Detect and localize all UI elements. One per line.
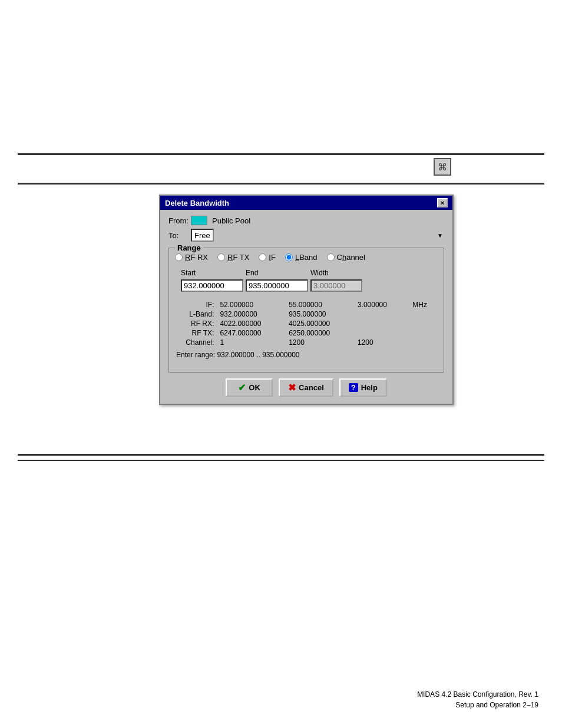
footer: MIDAS 4.2 Basic Configuration, Rev. 1 Se… xyxy=(417,689,538,710)
if-end: 55.000000 xyxy=(286,300,355,309)
radio-rftx-input[interactable] xyxy=(217,253,225,261)
radio-channel-label: Channel xyxy=(337,253,365,262)
enter-range: Enter range: 932.000000 .. 935.000000 xyxy=(175,351,438,359)
if-unit: MHz xyxy=(410,300,438,309)
enter-range-label: Enter range: xyxy=(176,351,215,359)
table-row: RF RX: 4022.000000 4025.000000 xyxy=(175,319,438,328)
radio-lband-input[interactable] xyxy=(285,253,293,261)
info-table: IF: 52.000000 55.000000 3.000000 MHz L-B… xyxy=(175,300,438,347)
buttons-row: ✔ OK ✖ Cancel ? Help xyxy=(168,378,444,397)
seh-labels: Start End Width xyxy=(175,269,438,277)
bottom-rule3 xyxy=(18,460,544,461)
rftx-end: 6250.000000 xyxy=(286,328,355,338)
radio-rfrx-label: RF RX xyxy=(185,253,208,262)
radio-lband-label: LBand xyxy=(295,253,318,262)
header-bottom-rule xyxy=(18,183,544,185)
channel-width: 1200 xyxy=(355,338,410,347)
channel-end: 1200 xyxy=(286,338,355,347)
rfrx-label: RF RX: xyxy=(175,319,217,328)
cancel-label: Cancel xyxy=(299,383,324,392)
table-row: L-Band: 932.000000 935.000000 xyxy=(175,309,438,319)
radio-if-label: IF xyxy=(269,253,276,262)
width-input xyxy=(310,279,362,292)
help-label: Help xyxy=(361,383,378,392)
rfrx-start: 4022.000000 xyxy=(217,319,286,328)
ok-checkmark-icon: ✔ xyxy=(238,382,246,393)
dialog-titlebar: Delete Bandwidth × xyxy=(160,196,452,210)
cancel-button[interactable]: ✖ Cancel xyxy=(279,378,333,397)
seh-inputs xyxy=(175,279,438,292)
rfrx-width xyxy=(355,319,410,328)
radio-row: RF RX RF TX IF LBand Channel xyxy=(175,253,438,262)
rfrx-unit xyxy=(410,319,438,328)
ok-button[interactable]: ✔ OK xyxy=(226,378,273,397)
radio-channel-input[interactable] xyxy=(327,253,335,261)
from-color-box xyxy=(191,216,207,225)
radio-rfrx-input[interactable] xyxy=(175,253,183,261)
dialog-title: Delete Bandwidth xyxy=(165,199,229,207)
table-row: IF: 52.000000 55.000000 3.000000 MHz xyxy=(175,300,438,309)
dialog-close-button[interactable]: × xyxy=(437,198,448,207)
from-text: Public Pool xyxy=(212,216,444,225)
end-input[interactable] xyxy=(246,279,308,292)
lband-unit xyxy=(410,309,438,319)
to-row: To: Free xyxy=(168,229,444,242)
lband-label: L-Band: xyxy=(175,309,217,319)
to-dropdown[interactable]: Free xyxy=(191,229,214,242)
if-width: 3.000000 xyxy=(355,300,410,309)
radio-rftx[interactable]: RF TX xyxy=(217,253,249,262)
ok-label: OK xyxy=(249,383,260,392)
lband-start: 932.000000 xyxy=(217,309,286,319)
top-rule xyxy=(18,153,544,155)
lband-width xyxy=(355,309,410,319)
to-label: To: xyxy=(168,231,191,240)
width-label: Width xyxy=(310,269,363,277)
channel-unit xyxy=(410,338,438,347)
radio-rfrx[interactable]: RF RX xyxy=(175,253,208,262)
table-row: RF TX: 6247.000000 6250.000000 xyxy=(175,328,438,338)
radio-if-input[interactable] xyxy=(259,253,266,261)
radio-rftx-label: RF TX xyxy=(227,253,249,262)
start-label: Start xyxy=(181,269,246,277)
if-label: IF: xyxy=(175,300,217,309)
channel-label: Channel: xyxy=(175,338,217,347)
channel-start: 1 xyxy=(217,338,286,347)
radio-lband[interactable]: LBand xyxy=(285,253,318,262)
rfrx-end: 4025.000000 xyxy=(286,319,355,328)
range-legend: Range xyxy=(175,243,203,252)
range-group: Range RF RX RF TX IF LBand xyxy=(168,248,444,373)
dialog-body: From: Public Pool To: Free Range RF RX xyxy=(160,210,452,404)
radio-if[interactable]: IF xyxy=(259,253,276,262)
corner-icon: ⌘ xyxy=(434,158,451,176)
rftx-start: 6247.000000 xyxy=(217,328,286,338)
help-button[interactable]: ? Help xyxy=(339,378,387,397)
end-label: End xyxy=(246,269,310,277)
if-start: 52.000000 xyxy=(217,300,286,309)
start-input[interactable] xyxy=(181,279,243,292)
rftx-label: RF TX: xyxy=(175,328,217,338)
enter-range-value: 932.000000 .. 935.000000 xyxy=(217,351,299,359)
bottom-rule2 xyxy=(18,454,544,456)
footer-line2: Setup and Operation 2–19 xyxy=(417,700,538,710)
help-question-icon: ? xyxy=(349,383,358,392)
from-row: From: Public Pool xyxy=(168,216,444,225)
radio-channel[interactable]: Channel xyxy=(327,253,365,262)
to-select-wrapper: Free xyxy=(191,229,444,242)
from-label: From: xyxy=(168,216,191,225)
rftx-width xyxy=(355,328,410,338)
rftx-unit xyxy=(410,328,438,338)
table-row: Channel: 1 1200 1200 xyxy=(175,338,438,347)
cancel-x-icon: ✖ xyxy=(288,382,296,393)
footer-line1: MIDAS 4.2 Basic Configuration, Rev. 1 xyxy=(417,689,538,700)
lband-end: 935.000000 xyxy=(286,309,355,319)
delete-bandwidth-dialog: Delete Bandwidth × From: Public Pool To:… xyxy=(159,195,454,405)
